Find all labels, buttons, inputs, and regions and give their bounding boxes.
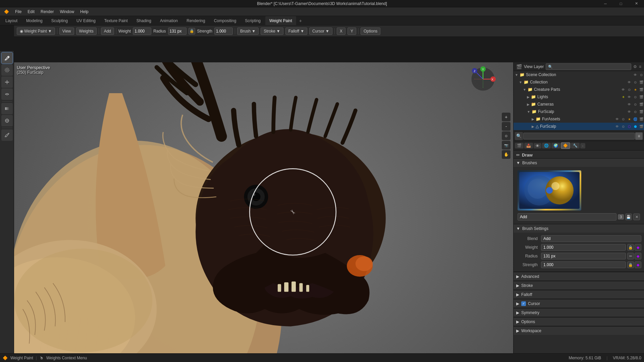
tab-weight-paint[interactable]: Weight Paint <box>265 16 296 25</box>
tab-scripting[interactable]: Scripting <box>241 16 265 25</box>
pan-button[interactable]: ✋ <box>502 150 511 159</box>
prop-search-icon[interactable]: 🔍 <box>515 132 523 140</box>
scene-collection-item[interactable]: ▼ 📁 Scene Collection 👁 ⊙ <box>514 71 644 78</box>
x-axis-button[interactable]: X <box>337 27 345 35</box>
prop-icon-output[interactable]: 📤 <box>524 143 533 148</box>
tab-add-button[interactable]: + <box>297 17 304 24</box>
fs-icon5[interactable]: 🎬 <box>639 124 644 129</box>
cameras-item[interactable]: ▶ 📁 Cameras 👁 ⊙ 🎬 <box>514 101 644 108</box>
cam-vp-icon[interactable]: ⊙ <box>633 102 638 107</box>
weight-prop-value[interactable]: 1.000 <box>541 244 626 251</box>
y-axis-button[interactable]: Y <box>347 27 356 35</box>
menu-edit[interactable]: Edit <box>25 9 37 15</box>
zoom-fit-button[interactable]: ⊙ <box>502 131 511 140</box>
add-button[interactable]: Add <box>101 27 114 35</box>
radius-anim-icon[interactable]: ◆ <box>635 253 641 259</box>
average-tool[interactable] <box>1 76 13 88</box>
weight-link-icon[interactable]: 🔒 <box>627 244 634 251</box>
cp-icon3[interactable]: ★ <box>633 87 638 92</box>
menu-render[interactable]: Render <box>38 9 56 15</box>
stroke-header[interactable]: ▶ Stroke <box>514 281 644 290</box>
prop-icon-modifier[interactable]: 🔧 <box>571 143 580 148</box>
fs-icon3[interactable]: ⬡ <box>627 124 632 129</box>
brush-button[interactable]: Brush ▼ <box>237 27 259 35</box>
filter-icon[interactable]: ⚙ <box>633 64 637 69</box>
smear-tool[interactable] <box>1 88 13 100</box>
zoom-in-button[interactable]: + <box>502 113 511 121</box>
cam-vis-icon[interactable]: 👁 <box>627 102 632 107</box>
col-viewport-icon[interactable]: ⊙ <box>633 79 638 85</box>
cursor-button[interactable]: Cursor ▼ <box>309 27 332 35</box>
furscalp-mesh-item[interactable]: ▶ △ FurScalp 👁 ⊙ ⬡ ⬢ 🎬 <box>514 123 644 130</box>
advanced-header[interactable]: ▶ Advanced <box>514 272 644 281</box>
fa-icon4[interactable]: 🌀 <box>633 116 638 122</box>
fsc-rnd-icon[interactable]: 🎬 <box>639 109 644 114</box>
properties-menu-icon[interactable]: ≡ <box>635 132 643 140</box>
brush-settings-header[interactable]: ▼ Brush Settings <box>514 224 644 233</box>
camera-view-button[interactable]: 📷 <box>502 141 511 149</box>
tab-sculpting[interactable]: Sculpting <box>47 16 72 25</box>
brush-save-icon[interactable]: 💾 <box>625 214 632 220</box>
fs-icon1[interactable]: 👁 <box>614 124 620 129</box>
fsc-vp-icon[interactable]: ⊙ <box>633 109 638 114</box>
furassets-item[interactable]: ▶ 📁 FurAssets 👁 ⊙ ★ 🌀 🎬 <box>514 115 644 123</box>
maximize-button[interactable]: □ <box>613 0 629 7</box>
strength-anim-icon[interactable]: ◆ <box>635 261 641 268</box>
hide-viewport-icon[interactable]: ⊙ <box>639 72 644 77</box>
brush-delete-icon[interactable]: ✕ <box>633 214 640 220</box>
sample-weight-tool[interactable] <box>1 115 13 126</box>
col-render-icon[interactable]: 🎬 <box>639 79 644 85</box>
radius-field[interactable]: 131 px <box>168 27 186 35</box>
cursor-checkbox[interactable]: ✓ <box>521 301 526 306</box>
workspace-header[interactable]: ▶ Workspace <box>514 326 644 335</box>
menu-file[interactable]: File <box>12 9 24 15</box>
brushes-section-header[interactable]: ▼ Brushes <box>514 158 644 167</box>
navigation-gizmo[interactable]: X Y Z <box>470 66 496 94</box>
tab-rendering[interactable]: Rendering <box>182 16 209 25</box>
cursor-header[interactable]: ▶ ✓ Cursor <box>514 299 644 308</box>
prop-icon-scene[interactable]: 🌐 <box>542 143 551 148</box>
tab-uv-editing[interactable]: UV Editing <box>72 16 100 25</box>
options-header[interactable]: ▶ Options <box>514 317 644 326</box>
symmetry-header[interactable]: ▶ Symmetry <box>514 308 644 317</box>
fsc-vis-icon[interactable]: 👁 <box>627 109 632 114</box>
close-button[interactable]: ✕ <box>629 0 644 7</box>
menu-help[interactable]: Help <box>77 9 91 15</box>
tab-texture-paint[interactable]: Texture Paint <box>100 16 132 25</box>
prop-icon-render[interactable]: 🎬 <box>515 143 524 148</box>
fs-icon2[interactable]: ⊙ <box>621 124 626 129</box>
tab-shading[interactable]: Shading <box>132 16 155 25</box>
lights-item[interactable]: ▶ 📁 Lights ☀ 👁 ⊙ 🎬 <box>514 93 644 101</box>
furscalp-collection-item[interactable]: ▼ 📁 FurScalp 👁 ⊙ 🎬 <box>514 108 644 115</box>
cp-icon4[interactable]: 🎬 <box>639 87 644 92</box>
prop-icon-world[interactable]: 🌍 <box>551 143 560 148</box>
properties-search-input[interactable] <box>523 133 635 139</box>
radius-link-icon[interactable]: ✏ <box>627 253 634 259</box>
fa-icon3[interactable]: ★ <box>627 116 632 122</box>
falloff-button[interactable]: Falloff ▼ <box>285 27 307 35</box>
fa-icon1[interactable]: 👁 <box>614 116 620 122</box>
cp-icon2[interactable]: ⊙ <box>627 87 632 92</box>
strength-prop-value[interactable]: 1.000 <box>541 261 626 268</box>
fa-icon5[interactable]: 🎬 <box>639 116 644 122</box>
lights-rnd-icon[interactable]: 🎬 <box>639 94 644 100</box>
minimize-button[interactable]: ─ <box>598 0 613 7</box>
zoom-out-button[interactable]: - <box>502 122 511 131</box>
col-visibility-icon[interactable]: 👁 <box>627 79 632 85</box>
radius-lock-icon[interactable]: 🔒 <box>189 28 195 35</box>
weights-menu[interactable]: Weights <box>76 27 97 35</box>
radius-prop-value[interactable]: 131 px <box>541 253 626 259</box>
cp-icon1[interactable]: 👁 <box>621 87 626 92</box>
blur-tool[interactable] <box>1 64 13 76</box>
draw-tool[interactable] <box>1 52 13 64</box>
visibility-icon[interactable]: 👁 <box>633 72 638 77</box>
creature-parts-item[interactable]: ▼ 📁 Creature Parts 👁 ⊙ ★ 🎬 <box>514 86 644 93</box>
menu-window[interactable]: Window <box>57 9 77 15</box>
tab-modeling[interactable]: Modeling <box>22 16 47 25</box>
mode-selector[interactable]: ◉ Weight Paint ▼ <box>17 27 55 35</box>
lights-sun-icon[interactable]: ☀ <box>621 94 626 100</box>
tab-animation[interactable]: Animation <box>156 16 182 25</box>
prop-icon-object[interactable]: 🔶 <box>561 142 570 149</box>
lights-vis-icon[interactable]: 👁 <box>627 94 632 100</box>
strength-field[interactable]: 1.000 <box>214 27 233 35</box>
